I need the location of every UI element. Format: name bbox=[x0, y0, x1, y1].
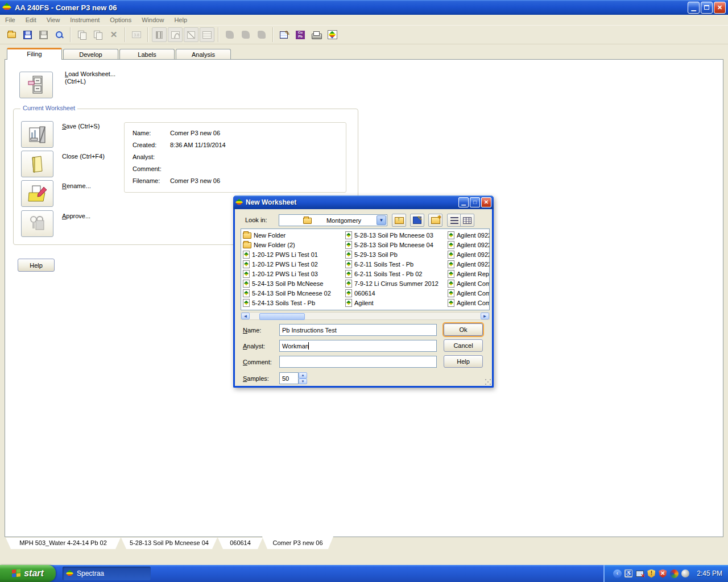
worksheet-tab-active[interactable]: Comer P3 new 06 bbox=[262, 537, 333, 549]
samples-stepper[interactable]: ▲▼ bbox=[299, 372, 307, 384]
worksheet-tab[interactable]: 5-28-13 Soil Pb Mcneese 04 bbox=[121, 538, 217, 549]
list-item[interactable]: 7-9-12 Li Cirrus Summer 2012 bbox=[345, 278, 445, 288]
tab-labels[interactable]: Labels bbox=[119, 49, 175, 60]
analyst-input[interactable] bbox=[279, 340, 437, 352]
preview-icon[interactable] bbox=[52, 27, 67, 42]
menu-view[interactable]: View bbox=[42, 15, 65, 24]
delete-icon[interactable]: ✕ bbox=[106, 27, 121, 42]
accessibility-icon[interactable]: ♿ bbox=[624, 569, 633, 578]
up-one-level-icon[interactable] bbox=[392, 214, 406, 227]
close-worksheet-button[interactable] bbox=[21, 151, 53, 177]
list-item[interactable]: 1-20-12 PWS Li Test 02 bbox=[243, 259, 343, 269]
report-icon[interactable] bbox=[325, 27, 340, 42]
results-view-icon[interactable] bbox=[200, 27, 214, 42]
new-folder-icon[interactable] bbox=[428, 214, 442, 227]
list-view-icon[interactable] bbox=[447, 214, 461, 227]
list-item[interactable]: Agilent 0922 bbox=[448, 259, 490, 269]
look-in-combo[interactable]: Montgomery ▼ bbox=[279, 214, 387, 226]
menu-file[interactable]: File bbox=[0, 15, 20, 24]
save-worksheet-button[interactable] bbox=[21, 121, 53, 148]
menu-options[interactable]: Options bbox=[105, 15, 136, 24]
autosampler-icon[interactable] bbox=[238, 27, 253, 42]
list-item[interactable]: Agilent Com bbox=[448, 288, 490, 298]
list-item[interactable]: Agilent Com bbox=[448, 298, 490, 307]
samples-input[interactable] bbox=[279, 372, 299, 384]
open-worksheet-icon[interactable] bbox=[4, 27, 19, 42]
list-item[interactable]: Agilent bbox=[345, 298, 445, 307]
name-input[interactable] bbox=[279, 324, 437, 336]
rename-worksheet-button[interactable] bbox=[21, 180, 53, 207]
dialog-maximize-icon[interactable]: □ bbox=[470, 197, 480, 207]
list-item[interactable]: Agilent Rep bbox=[448, 269, 490, 278]
dialog-close-icon[interactable]: ✕ bbox=[481, 197, 491, 207]
cancel-button[interactable]: Cancel bbox=[444, 339, 483, 352]
list-item[interactable]: Agilent 0922 bbox=[448, 240, 490, 250]
numeric-display-icon[interactable]: 3.8 bbox=[129, 27, 144, 42]
lamp-view-icon[interactable] bbox=[152, 27, 167, 42]
menu-instrument[interactable]: Instrument bbox=[65, 15, 105, 24]
save-copy-icon[interactable] bbox=[36, 27, 51, 42]
flame-icon[interactable] bbox=[222, 27, 237, 42]
chevron-down-icon[interactable]: ▼ bbox=[377, 215, 386, 225]
list-item[interactable]: 5-29-13 Soil Pb bbox=[345, 250, 445, 259]
tab-filing[interactable]: Filing bbox=[7, 48, 62, 60]
tray-chevron-icon[interactable]: ‹ bbox=[613, 569, 622, 578]
resize-grip[interactable] bbox=[484, 378, 491, 385]
scroll-left-icon[interactable]: ◄ bbox=[241, 313, 250, 319]
desktop-edit-icon[interactable] bbox=[410, 214, 424, 227]
close-icon[interactable]: ✕ bbox=[714, 2, 726, 14]
paste-icon[interactable] bbox=[90, 27, 105, 42]
scrollbar-thumb[interactable] bbox=[259, 313, 305, 320]
shield-warning-icon[interactable]: ! bbox=[647, 569, 656, 578]
list-item[interactable]: New Folder bbox=[243, 230, 343, 240]
spin-up-icon[interactable]: ▲ bbox=[299, 372, 307, 379]
display-error-icon[interactable] bbox=[635, 569, 644, 578]
print-icon[interactable] bbox=[309, 27, 324, 42]
help-button[interactable]: Help bbox=[18, 259, 55, 272]
edit-method-icon[interactable] bbox=[277, 27, 292, 42]
dialog-help-button[interactable]: Help bbox=[444, 355, 483, 368]
worksheet-tab[interactable]: MPH 503_Water 4-24-14 Pb 02 bbox=[6, 538, 121, 549]
spin-down-icon[interactable]: ▼ bbox=[299, 379, 307, 385]
menu-window[interactable]: Window bbox=[136, 15, 169, 24]
save-icon[interactable] bbox=[20, 27, 35, 42]
tab-develop[interactable]: Develop bbox=[63, 49, 118, 60]
menu-edit[interactable]: Edit bbox=[20, 15, 42, 24]
signal-view-icon[interactable] bbox=[168, 27, 183, 42]
tab-analysis[interactable]: Analysis bbox=[176, 49, 231, 60]
minimize-icon[interactable]: ▁ bbox=[688, 2, 700, 14]
list-item[interactable]: 5-28-13 Soil Pb Mcneese 04 bbox=[345, 240, 445, 250]
browser-sphere-icon[interactable] bbox=[669, 569, 679, 578]
ok-button[interactable]: Ok bbox=[444, 323, 483, 336]
dialog-minimize-icon[interactable]: ▁ bbox=[458, 197, 469, 207]
list-item[interactable]: 5-24-13 Soil Pb Mcneese 02 bbox=[243, 288, 343, 298]
list-item[interactable]: New Folder (2) bbox=[243, 240, 343, 250]
select-elements-icon[interactable]: CuPb bbox=[293, 27, 308, 42]
copy-icon[interactable] bbox=[75, 27, 89, 42]
comment-input[interactable] bbox=[279, 356, 437, 368]
list-item[interactable]: Agilent 0922 bbox=[448, 250, 490, 259]
shield-error-icon[interactable]: ✕ bbox=[658, 569, 667, 578]
list-item[interactable]: 1-20-12 PWS Li Test 03 bbox=[243, 269, 343, 278]
list-item[interactable]: 1-20-12 PWS Li Test 01 bbox=[243, 250, 343, 259]
list-item[interactable]: 6-2-11 Soils Test - Pb bbox=[345, 259, 445, 269]
scroll-right-icon[interactable]: ► bbox=[481, 313, 489, 319]
worksheet-tab[interactable]: 060614 bbox=[218, 538, 263, 549]
audio-disc-icon[interactable] bbox=[681, 569, 690, 578]
taskbar-task-spectraa[interactable]: Spectraa bbox=[63, 567, 151, 580]
start-button[interactable]: start bbox=[0, 565, 56, 582]
list-item[interactable]: Agilent 0922 bbox=[448, 230, 490, 240]
list-item[interactable]: 6-2-11 Soils Test - Pb 02 bbox=[345, 269, 445, 278]
load-worksheet-button[interactable] bbox=[19, 72, 53, 98]
list-item[interactable]: 5-24-13 Soil Pb McNeese bbox=[243, 278, 343, 288]
instrument-settings-icon[interactable] bbox=[254, 27, 269, 42]
calibration-view-icon[interactable] bbox=[184, 27, 198, 42]
list-item[interactable]: 5-24-13 Soils Test - Pb bbox=[243, 298, 343, 307]
details-view-icon[interactable] bbox=[460, 214, 474, 227]
approve-worksheet-button[interactable] bbox=[21, 210, 53, 237]
list-item[interactable]: Agilent Com bbox=[448, 278, 490, 288]
menu-help[interactable]: Help bbox=[169, 15, 192, 24]
horizontal-scrollbar[interactable]: ◄ ► bbox=[241, 312, 490, 320]
list-item[interactable]: 060614 bbox=[345, 288, 445, 298]
restore-icon[interactable] bbox=[701, 2, 713, 14]
